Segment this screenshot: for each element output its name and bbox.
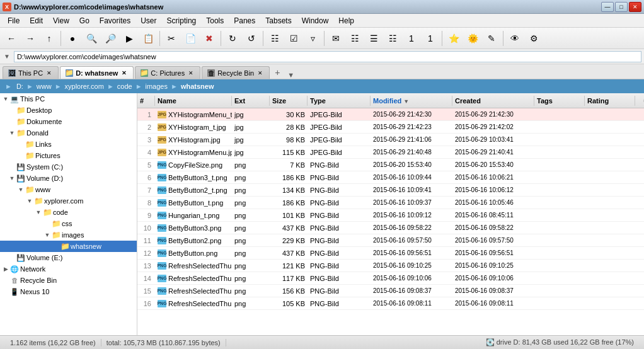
table-row[interactable]: 16 PNG RefreshSelectedThumbs.png png 105… [137, 297, 644, 310]
redo-button[interactable]: ↺ [243, 30, 260, 47]
menu-user[interactable]: User [135, 15, 161, 26]
sidebar-item-volumee[interactable]: 💾 Volume (E:) [0, 252, 137, 263]
sidebar-item-whatsnew[interactable]: 📁 whatsnew [0, 241, 137, 252]
settings-button[interactable]: ⚙ [525, 30, 543, 47]
sidebar-item-links[interactable]: 📁 Links [0, 139, 137, 150]
breadcrumb-code[interactable]: code [115, 82, 134, 91]
addr-arrow-left[interactable]: ▼ [3, 52, 11, 61]
tab-add-button[interactable]: + [271, 66, 284, 79]
address-input[interactable] [14, 51, 641, 62]
breadcrumb-www[interactable]: www [35, 82, 54, 91]
tab-thispc[interactable]: 🖼 This PC ✕ [3, 66, 59, 79]
table-row[interactable]: 2 JPG XYHistogram_t.jpg jpg 28 KB JPEG-B… [137, 121, 644, 134]
num1-button[interactable]: 1 [403, 30, 420, 47]
col-modified[interactable]: Modified ▼ [371, 96, 452, 106]
minimize-button[interactable]: — [601, 2, 614, 12]
send-button[interactable]: ✉ [327, 30, 345, 47]
filter-button[interactable]: ▿ [304, 30, 321, 47]
tab-whatsnew[interactable]: 📁 D: whatsnew ✕ [60, 66, 134, 79]
sidebar-item-xyplorer[interactable]: ▼ 📁 xyplorer.com [0, 195, 137, 207]
view-button[interactable]: ☷ [266, 30, 284, 47]
sidebar-item-volumed[interactable]: ▼ 💾 Volume (D:) [0, 173, 137, 184]
play-button[interactable]: ▶ [120, 30, 138, 47]
tab-close-pictures[interactable]: ✕ [187, 69, 195, 77]
detail-button[interactable]: ☷ [384, 30, 401, 47]
grid-button[interactable]: ☷ [346, 30, 364, 47]
sidebar-item-nexus[interactable]: 📱 Nexus 10 [0, 286, 137, 297]
paste-button[interactable]: 📄 [181, 30, 199, 47]
sidebar-item-pictures[interactable]: 📁 Pictures [0, 150, 137, 161]
table-row[interactable]: 4 JPG XYHistogramMenu.jpg jpg 115 KB JPE… [137, 146, 644, 159]
color-button[interactable]: 🌞 [464, 30, 481, 47]
eye-button[interactable]: 👁 [506, 30, 524, 47]
col-created[interactable]: Created [452, 96, 534, 106]
col-name[interactable]: Name [155, 96, 232, 106]
tab-dropdown-button[interactable]: ▼ [285, 71, 297, 79]
table-row[interactable]: 10 PNG BettyButton3.png png 437 KB PNG-B… [137, 222, 644, 234]
col-ext[interactable]: Ext [232, 96, 270, 106]
menu-scripting[interactable]: Scripting [162, 15, 202, 26]
col-num[interactable]: # [137, 96, 155, 106]
menu-edit[interactable]: Edit [25, 15, 48, 26]
menu-file[interactable]: File [3, 15, 25, 26]
menu-window[interactable]: Window [297, 15, 334, 26]
table-row[interactable]: 3 JPG XYHistogram.jpg jpg 98 KB JPEG-Bil… [137, 134, 644, 146]
star-button[interactable]: ⭐ [445, 30, 463, 47]
search2-button[interactable]: 🔎 [101, 30, 119, 47]
menu-go[interactable]: Go [74, 15, 95, 26]
tab-close-thispc[interactable]: ✕ [45, 69, 53, 77]
sidebar-item-recycle[interactable]: 🗑 Recycle Bin [0, 275, 137, 286]
breadcrumb-whatsnew[interactable]: whatsnew [179, 82, 216, 91]
tab-close-recycle[interactable]: ✕ [256, 69, 264, 77]
sidebar-item-thispc[interactable]: ▼ 💻 This PC [0, 93, 137, 105]
col-size[interactable]: Size [270, 96, 308, 106]
col-type[interactable]: Type [308, 96, 371, 106]
tab-recycle[interactable]: 🗑 Recycle Bin ✕ [202, 66, 270, 79]
breadcrumb-d[interactable]: D: [14, 82, 25, 91]
delete-button[interactable]: ✖ [200, 30, 218, 47]
back-button[interactable]: ← [3, 30, 20, 47]
list-button[interactable]: ☰ [365, 30, 382, 47]
search-button[interactable]: 🔍 [83, 30, 100, 47]
sidebar-item-images[interactable]: ▼ 📁 images [0, 229, 137, 241]
table-row[interactable]: 11 PNG BettyButton2.png png 229 KB PNG-B… [137, 234, 644, 247]
sidebar-item-code[interactable]: ▼ 📁 code [0, 207, 137, 218]
menu-panes[interactable]: Panes [229, 15, 260, 26]
breadcrumb-xyplorer[interactable]: xyplorer.com [63, 82, 106, 91]
sidebar-item-dokumente[interactable]: 📁 Dokumente [0, 116, 137, 127]
table-row[interactable]: 12 PNG BettyButton.png png 437 KB PNG-Bi… [137, 247, 644, 260]
menu-tools[interactable]: Tools [201, 15, 229, 26]
up-button[interactable]: ↑ [40, 30, 58, 47]
close-button[interactable]: ✕ [629, 2, 641, 12]
col-tags[interactable]: Tags [534, 96, 585, 106]
table-row[interactable]: 15 PNG RefreshSelectedThumbs2.png png 15… [137, 285, 644, 297]
menu-favorites[interactable]: Favorites [95, 15, 135, 26]
table-row[interactable]: 7 PNG BettyButton2_t.png png 134 KB PNG-… [137, 184, 644, 197]
tab-pictures[interactable]: 📁 C: Pictures ✕ [135, 66, 200, 79]
copy-button[interactable]: 📋 [139, 30, 157, 47]
table-row[interactable]: 5 PNG CopyFileSize.png png 7 KB PNG-Bild… [137, 159, 644, 171]
table-row[interactable]: 14 PNG RefreshSelectedThumbs_t.png png 1… [137, 272, 644, 285]
sidebar-item-desktop[interactable]: 📁 Desktop [0, 105, 137, 116]
sidebar-item-donald[interactable]: ▼ 📁 Donald [0, 127, 137, 139]
table-row[interactable]: 8 PNG BettyButton_t.png png 186 KB PNG-B… [137, 197, 644, 209]
maximize-button[interactable]: □ [615, 2, 628, 12]
table-row[interactable]: 1 JPG XYHistogramMenu_t.jpg jpg 30 KB JP… [137, 108, 644, 121]
cut-button[interactable]: ✂ [163, 30, 180, 47]
menu-view[interactable]: View [48, 15, 74, 26]
forward-button[interactable]: → [21, 30, 39, 47]
menu-tabsets[interactable]: Tabsets [260, 15, 296, 26]
table-row[interactable]: 6 PNG BettyButton3_t.png png 186 KB PNG-… [137, 171, 644, 184]
sidebar-item-systemc[interactable]: 💾 System (C:) [0, 161, 137, 173]
sidebar-item-www[interactable]: ▼ 📁 www [0, 184, 137, 195]
script-button[interactable]: ✎ [483, 30, 500, 47]
table-row[interactable]: 13 PNG RefreshSelectedThumbs2_t.png png … [137, 260, 644, 272]
check-button[interactable]: ☑ [285, 30, 302, 47]
sidebar-item-css[interactable]: 📁 css [0, 218, 137, 229]
col-rating[interactable]: Rating [585, 96, 635, 106]
tab-close-whatsnew[interactable]: ✕ [120, 69, 128, 77]
breadcrumb-images[interactable]: images [144, 82, 170, 91]
table-row[interactable]: 9 PNG Hungarian_t.png png 101 KB PNG-Bil… [137, 209, 644, 222]
menu-help[interactable]: Help [333, 15, 359, 26]
sidebar-item-network[interactable]: ▶ 🌐 Network [0, 263, 137, 275]
